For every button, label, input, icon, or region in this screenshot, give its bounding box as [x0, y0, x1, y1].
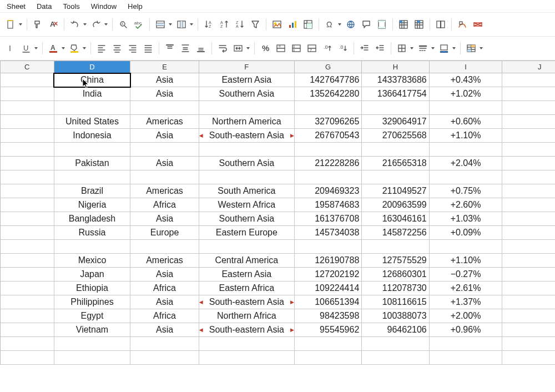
cell-D16[interactable]: Ethiopia: [54, 282, 130, 295]
date-icon[interactable]: 7: [305, 41, 319, 56]
cell-C13[interactable]: [0, 240, 54, 254]
insert-image-icon[interactable]: [270, 17, 284, 32]
cell-J12[interactable]: [502, 226, 555, 240]
cell-I21[interactable]: [429, 351, 502, 365]
cell-G3[interactable]: [294, 101, 361, 115]
cell-D10[interactable]: Nigeria: [54, 198, 130, 212]
cell-H18[interactable]: 100388073: [362, 309, 429, 323]
underline-icon[interactable]: U: [19, 41, 33, 56]
cell-D3[interactable]: [54, 101, 130, 115]
cell-D5[interactable]: Indonesia: [54, 129, 130, 143]
comment-icon[interactable]: [359, 17, 374, 32]
cell-F5[interactable]: South-eastern Asia: [199, 129, 294, 143]
cell-H11[interactable]: 163046161: [362, 212, 429, 226]
cell-I1[interactable]: +0.43%: [429, 73, 502, 87]
cell-C9[interactable]: [0, 184, 54, 198]
cell-J5[interactable]: [502, 129, 555, 143]
cell-G13[interactable]: [294, 240, 361, 254]
cell-H8[interactable]: [362, 170, 429, 184]
cell-F12[interactable]: Eastern Europe: [199, 226, 294, 240]
cell-E12[interactable]: Europe: [130, 226, 199, 240]
cell-J13[interactable]: [502, 240, 555, 254]
autofilter-icon[interactable]: [248, 17, 263, 32]
cell-E16[interactable]: Africa: [130, 282, 199, 295]
menu-window[interactable]: Window: [87, 1, 121, 12]
cell-F7[interactable]: Southern Asia: [199, 157, 294, 170]
cell-J3[interactable]: [502, 101, 555, 115]
cell-C6[interactable]: [0, 143, 54, 157]
cell-G5[interactable]: 267670543: [294, 129, 361, 143]
menu-tools[interactable]: Tools: [58, 1, 84, 12]
cell-H9[interactable]: 211049527: [362, 184, 429, 198]
cell-E8[interactable]: [130, 170, 199, 184]
cell-C17[interactable]: [0, 295, 54, 309]
cell-E6[interactable]: [130, 143, 199, 157]
cell-H10[interactable]: 200963599: [362, 198, 429, 212]
cell-G14[interactable]: 126190788: [294, 254, 361, 268]
cell-F18[interactable]: Northern Africa: [199, 309, 294, 323]
cell-F10[interactable]: Western Africa: [199, 198, 294, 212]
cell-H4[interactable]: 329064917: [362, 115, 429, 129]
align-center-icon[interactable]: [110, 41, 124, 56]
delete-cells-icon[interactable]: [471, 17, 485, 32]
cell-E9[interactable]: Americas: [130, 184, 199, 198]
cell-H1[interactable]: 1433783686: [362, 73, 429, 87]
cell-C16[interactable]: [0, 282, 54, 295]
menu-data[interactable]: Data: [32, 1, 56, 12]
menu-sheet[interactable]: Sheet: [2, 1, 30, 12]
cell-J10[interactable]: [502, 198, 555, 212]
insert-chart-icon[interactable]: [285, 17, 300, 32]
cell-I2[interactable]: +1.02%: [429, 87, 502, 101]
cell-F20[interactable]: [199, 337, 294, 351]
cell-H6[interactable]: [362, 143, 429, 157]
cell-D13[interactable]: [54, 240, 130, 254]
cell-E15[interactable]: Asia: [130, 268, 199, 282]
align-right-icon[interactable]: [125, 41, 140, 56]
cell-F19[interactable]: South-eastern Asia: [199, 323, 294, 337]
align-justify-icon[interactable]: [141, 41, 155, 56]
special-char-icon[interactable]: Ω: [322, 17, 337, 32]
cell-F13[interactable]: [199, 240, 294, 254]
cell-E5[interactable]: Asia: [130, 129, 199, 143]
cell-G2[interactable]: 1352642280: [294, 87, 361, 101]
row-ops-icon[interactable]: [153, 17, 168, 32]
cell-I10[interactable]: +2.60%: [429, 198, 502, 212]
column-header-C[interactable]: C: [0, 61, 54, 73]
cell-C10[interactable]: [0, 198, 54, 212]
cell-G1[interactable]: 1427647786: [294, 73, 361, 87]
cell-J19[interactable]: [502, 323, 555, 337]
border-color-icon-dropdown[interactable]: [451, 41, 457, 56]
borders-icon[interactable]: [395, 41, 409, 56]
split-window-icon[interactable]: [433, 17, 448, 32]
cell-C18[interactable]: [0, 309, 54, 323]
borders-icon-dropdown[interactable]: [409, 41, 415, 56]
cell-J17[interactable]: [502, 295, 555, 309]
cell-I9[interactable]: +0.75%: [429, 184, 502, 198]
cell-H16[interactable]: 112078730: [362, 282, 429, 295]
cell-F8[interactable]: [199, 170, 294, 184]
cell-D20[interactable]: [54, 337, 130, 351]
column-header-J[interactable]: J: [502, 61, 555, 73]
cell-E20[interactable]: [130, 337, 199, 351]
cell-I7[interactable]: +2.04%: [429, 157, 502, 170]
cell-H14[interactable]: 127575529: [362, 254, 429, 268]
hyperlink-icon[interactable]: [344, 17, 358, 32]
cell-F17[interactable]: South-eastern Asia: [199, 295, 294, 309]
show-draw-functions-icon[interactable]: [455, 17, 470, 32]
cell-C1[interactable]: [0, 73, 54, 87]
clone-format-icon[interactable]: [31, 17, 45, 32]
cell-J15[interactable]: [502, 268, 555, 282]
cell-D18[interactable]: Egypt: [54, 309, 130, 323]
cell-F11[interactable]: Southern Asia: [199, 212, 294, 226]
decrease-indent-icon[interactable]: [373, 41, 387, 56]
cell-H15[interactable]: 126860301: [362, 268, 429, 282]
undo-icon[interactable]: [68, 17, 82, 32]
cell-G11[interactable]: 161376708: [294, 212, 361, 226]
highlight-icon-dropdown[interactable]: [82, 41, 87, 56]
redo-icon-dropdown[interactable]: [103, 17, 109, 32]
border-color-icon[interactable]: [437, 41, 451, 56]
cell-E2[interactable]: Asia: [130, 87, 199, 101]
cell-D19[interactable]: Vietnam: [54, 323, 130, 337]
cell-J2[interactable]: [502, 87, 555, 101]
cell-H7[interactable]: 216565318: [362, 157, 429, 170]
